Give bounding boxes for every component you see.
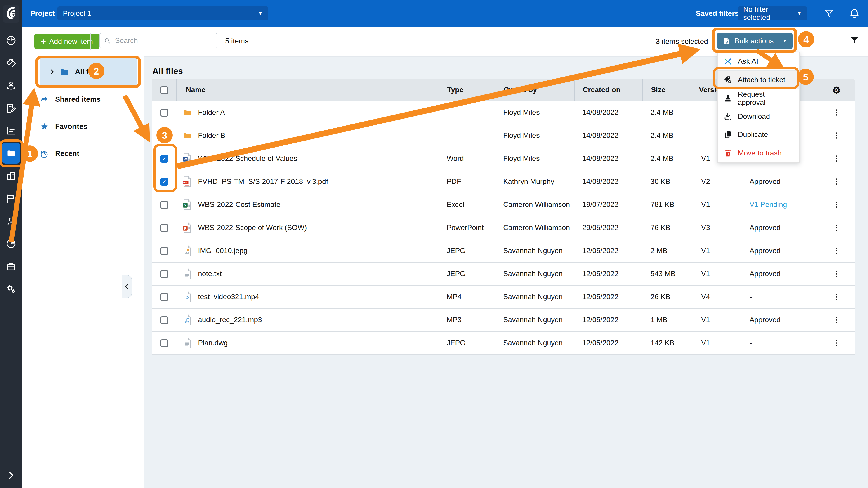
menu-item-attach-to-ticket[interactable]: Attach to ticket: [718, 71, 799, 89]
file-version: V1: [693, 316, 741, 324]
filter-funnel-icon[interactable]: [823, 8, 835, 20]
table-row[interactable]: Plan.dwgJEPGSavannah Nguyen12/05/2022142…: [152, 332, 855, 355]
sidebar-collapse-handle[interactable]: [122, 275, 132, 298]
row-checkbox[interactable]: [160, 316, 168, 324]
header-size[interactable]: Size: [643, 79, 693, 101]
table-filter-icon[interactable]: [848, 35, 860, 46]
row-checkbox-cell: [152, 247, 176, 255]
file-icon-doc: [183, 337, 192, 348]
kebab-menu-icon[interactable]: [832, 108, 841, 117]
header-name[interactable]: Name: [176, 79, 438, 101]
file-name-cell[interactable]: WWBS-2022-Schedule of Values: [176, 153, 438, 164]
file-created-on: 12/05/2022: [574, 339, 643, 347]
header-settings[interactable]: ⚙: [817, 79, 855, 101]
file-status[interactable]: V1 Pending: [741, 201, 817, 209]
chevron-right-icon[interactable]: [49, 68, 56, 75]
menu-item-move-to-trash[interactable]: Move to trash: [718, 144, 799, 162]
download-icon: [723, 112, 733, 121]
table-row[interactable]: PWBS-2022-Scope of Work (SOW)PowerPointC…: [152, 217, 855, 239]
bulk-actions-button[interactable]: Bulk actions ▼: [717, 33, 793, 49]
sidebar-rail-item-contract[interactable]: [0, 97, 22, 119]
menu-item-download[interactable]: Download: [718, 107, 799, 126]
row-checkbox[interactable]: [160, 247, 168, 255]
kebab-menu-icon[interactable]: [832, 154, 841, 163]
kebab-menu-icon[interactable]: [832, 338, 841, 348]
saved-filter-select[interactable]: No filter selected ▼: [738, 6, 807, 20]
sidebar-expand-chevron-icon[interactable]: [5, 470, 16, 481]
toolbox-icon: [5, 260, 17, 272]
sidebar-rail-item-flag[interactable]: [0, 187, 22, 210]
row-checkbox[interactable]: ✓: [160, 178, 168, 186]
pie-chart-icon: [5, 238, 17, 249]
project-select[interactable]: Project 1 ▼: [57, 6, 268, 20]
row-checkbox[interactable]: [160, 293, 168, 301]
sidebar-rail-item-location-person[interactable]: [0, 74, 22, 97]
menu-item-label: Ask AI: [738, 57, 758, 66]
sidebar-item-favorites[interactable]: Favorites: [22, 115, 144, 138]
file-name-cell[interactable]: Folder B: [176, 130, 438, 141]
file-name-cell[interactable]: audio_rec_221.mp3: [176, 315, 438, 325]
search-box[interactable]: [99, 33, 217, 48]
file-name-cell[interactable]: PDFFVHD_PS-TM_S/S 2017-F 2018_v.3.pdf: [176, 176, 438, 187]
menu-item-request-approval[interactable]: Request approval: [718, 90, 799, 107]
menu-item-duplicate[interactable]: Duplicate: [718, 126, 799, 144]
table-row[interactable]: ✓PDFFVHD_PS-TM_S/S 2017-F 2018_v.3.pdfPD…: [152, 170, 855, 193]
folder-icon: [60, 67, 69, 76]
sidebar-rail-item-settings[interactable]: [0, 278, 22, 300]
row-checkbox[interactable]: [160, 339, 168, 347]
file-name-cell[interactable]: Plan.dwg: [176, 337, 438, 348]
kebab-menu-icon[interactable]: [832, 269, 841, 278]
table-row[interactable]: test_video321.mp4MP4Savannah Nguyen12/05…: [152, 286, 855, 308]
row-checkbox[interactable]: [160, 201, 168, 208]
table-row[interactable]: IMG_0010.jepgJEPGSavannah Nguyen12/05/20…: [152, 239, 855, 263]
file-created-on: 12/05/2022: [574, 293, 643, 301]
file-name-cell[interactable]: IMG_0010.jepg: [176, 246, 438, 256]
row-checkbox[interactable]: [160, 224, 168, 232]
sidebar-rail-item-people[interactable]: [0, 210, 22, 232]
sidebar-rail-item-tags[interactable]: [0, 52, 22, 74]
kebab-menu-icon[interactable]: [832, 200, 841, 209]
header-created-by[interactable]: Crated by: [495, 79, 574, 101]
kebab-menu-icon[interactable]: [832, 292, 841, 301]
file-name-cell[interactable]: test_video321.mp4: [176, 291, 438, 302]
sidebar-rail-item-pie-chart[interactable]: [0, 232, 22, 255]
sidebar-item-shared-items[interactable]: Shared items: [22, 88, 144, 111]
header-type[interactable]: Type: [438, 79, 495, 101]
row-checkbox[interactable]: ✓: [160, 155, 168, 162]
file-name-cell[interactable]: Folder A: [176, 107, 438, 118]
file-size: 543 MB: [643, 270, 693, 278]
select-all-checkbox[interactable]: [160, 86, 168, 94]
notification-bell-icon[interactable]: [848, 8, 860, 20]
search-input[interactable]: [114, 36, 213, 45]
star-icon: [40, 122, 49, 131]
sidebar-rail-item-report[interactable]: [0, 119, 22, 142]
table-row[interactable]: XWBS-2022-Cost EstimateExcelCameron Will…: [152, 193, 855, 217]
row-checkbox[interactable]: [160, 109, 168, 116]
row-checkbox-cell: [152, 270, 176, 278]
row-actions-cell: [817, 338, 855, 348]
kebab-menu-icon[interactable]: [832, 315, 841, 324]
sidebar-item-all-files[interactable]: All files: [40, 57, 137, 86]
sidebar-rail-item-dashboard[interactable]: [0, 29, 22, 52]
sidebar-rail-item-company[interactable]: [0, 164, 22, 187]
file-name-cell[interactable]: PWBS-2022-Scope of Work (SOW): [176, 222, 438, 233]
table-row[interactable]: audio_rec_221.mp3MP3Savannah Nguyen12/05…: [152, 308, 855, 332]
add-new-item-button[interactable]: + Add new item: [34, 34, 99, 49]
row-checkbox[interactable]: [160, 270, 168, 278]
file-created-on: 14/08/2022: [574, 177, 643, 186]
row-checkbox[interactable]: [160, 132, 168, 139]
sidebar-rail-item-files[interactable]: [0, 142, 22, 164]
kebab-menu-icon[interactable]: [832, 131, 841, 140]
kebab-menu-icon[interactable]: [832, 223, 841, 232]
sidebar-rail-item-toolbox[interactable]: [0, 255, 22, 278]
kebab-menu-icon[interactable]: [832, 246, 841, 255]
file-name-cell[interactable]: XWBS-2022-Cost Estimate: [176, 199, 438, 210]
file-name-cell[interactable]: note.txt: [176, 268, 438, 279]
sidebar-item-recent[interactable]: Recent: [22, 142, 144, 165]
row-checkbox-cell: ✓: [152, 178, 176, 186]
table-row[interactable]: note.txtJEPGSavannah Nguyen12/05/2022543…: [152, 263, 855, 286]
menu-item-ask-ai[interactable]: Ask AI: [718, 53, 799, 70]
header-created-on[interactable]: Created on: [574, 79, 643, 101]
kebab-menu-icon[interactable]: [832, 177, 841, 186]
file-size: 2.4 MB: [643, 131, 693, 140]
